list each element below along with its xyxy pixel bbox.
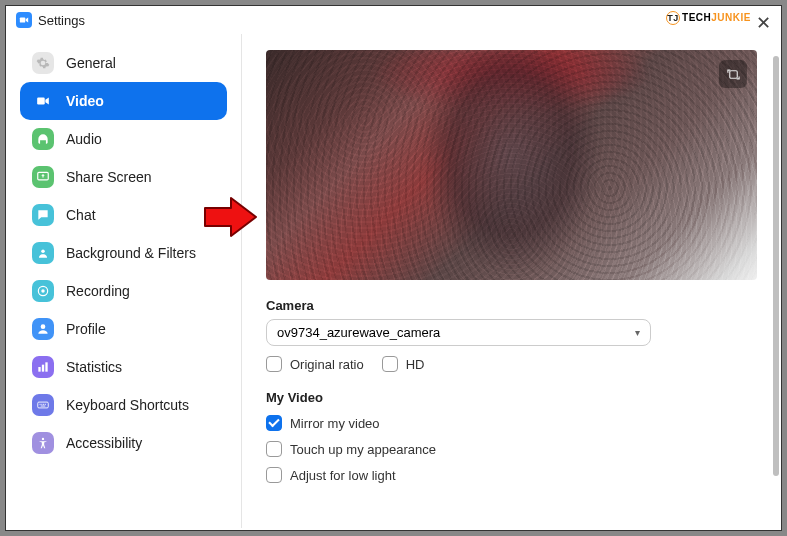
- camera-section-label: Camera: [266, 298, 757, 313]
- sidebar-item-keyboard-shortcuts[interactable]: Keyboard Shortcuts: [20, 386, 227, 424]
- sidebar-item-recording[interactable]: Recording: [20, 272, 227, 310]
- sidebar-item-label: Audio: [66, 131, 102, 147]
- hd-label: HD: [406, 357, 425, 372]
- sidebar-item-accessibility[interactable]: Accessibility: [20, 424, 227, 462]
- svg-rect-11: [40, 404, 41, 405]
- sidebar: General Video Audio Share Screen Chat Ba: [6, 34, 241, 528]
- svg-rect-9: [45, 362, 47, 371]
- hd-option[interactable]: HD: [382, 356, 425, 372]
- svg-rect-12: [41, 404, 42, 405]
- content: General Video Audio Share Screen Chat Ba: [6, 34, 781, 528]
- sidebar-item-audio[interactable]: Audio: [20, 120, 227, 158]
- headphones-icon: [32, 128, 54, 150]
- sidebar-item-background-filters[interactable]: Background & Filters: [20, 234, 227, 272]
- chevron-down-icon: ▾: [635, 327, 640, 338]
- my-video-options: Mirror my video Touch up my appearance A…: [266, 415, 757, 483]
- lowlight-checkbox[interactable]: [266, 467, 282, 483]
- camera-select[interactable]: ov9734_azurewave_camera ▾: [266, 319, 651, 346]
- accessibility-icon: [32, 432, 54, 454]
- watermark-text-2: JUNKIE: [711, 12, 751, 23]
- sidebar-item-label: Chat: [66, 207, 96, 223]
- video-preview: [266, 50, 757, 280]
- svg-rect-0: [20, 18, 25, 23]
- sidebar-item-label: Profile: [66, 321, 106, 337]
- svg-rect-10: [38, 402, 49, 408]
- rotate-button[interactable]: [719, 60, 747, 88]
- titlebar: Settings: [6, 6, 781, 34]
- window-title: Settings: [38, 13, 85, 28]
- mirror-option[interactable]: Mirror my video: [266, 415, 757, 431]
- app-icon: [16, 12, 32, 28]
- video-icon: [32, 90, 54, 112]
- sidebar-item-label: Share Screen: [66, 169, 152, 185]
- svg-rect-17: [729, 70, 737, 78]
- profile-icon: [32, 318, 54, 340]
- annotation-arrow: [203, 196, 258, 242]
- original-ratio-checkbox[interactable]: [266, 356, 282, 372]
- sidebar-item-label: Keyboard Shortcuts: [66, 397, 189, 413]
- svg-rect-14: [45, 404, 46, 405]
- touchup-label: Touch up my appearance: [290, 442, 436, 457]
- share-screen-icon: [32, 166, 54, 188]
- watermark: TJTECHJUNKIE: [666, 11, 751, 25]
- svg-point-6: [41, 324, 46, 329]
- sidebar-item-label: Recording: [66, 283, 130, 299]
- sidebar-item-label: Background & Filters: [66, 245, 196, 261]
- original-ratio-label: Original ratio: [290, 357, 364, 372]
- gear-icon: [32, 52, 54, 74]
- svg-point-3: [41, 250, 45, 254]
- svg-rect-7: [38, 367, 40, 372]
- sidebar-item-label: Accessibility: [66, 435, 142, 451]
- sidebar-item-share-screen[interactable]: Share Screen: [20, 158, 227, 196]
- svg-rect-15: [41, 406, 46, 407]
- sidebar-item-label: Video: [66, 93, 104, 109]
- background-icon: [32, 242, 54, 264]
- original-ratio-option[interactable]: Original ratio: [266, 356, 364, 372]
- main-panel: Camera ov9734_azurewave_camera ▾ Origina…: [242, 34, 781, 528]
- mirror-label: Mirror my video: [290, 416, 380, 431]
- camera-options-row: Original ratio HD: [266, 356, 757, 372]
- mirror-checkbox[interactable]: [266, 415, 282, 431]
- scrollbar[interactable]: [773, 56, 779, 476]
- svg-rect-8: [42, 365, 44, 372]
- recording-icon: [32, 280, 54, 302]
- lowlight-label: Adjust for low light: [290, 468, 396, 483]
- svg-rect-13: [43, 404, 44, 405]
- lowlight-option[interactable]: Adjust for low light: [266, 467, 757, 483]
- chat-icon: [32, 204, 54, 226]
- sidebar-item-chat[interactable]: Chat: [20, 196, 227, 234]
- sidebar-item-label: General: [66, 55, 116, 71]
- sidebar-item-video[interactable]: Video: [20, 82, 227, 120]
- sidebar-item-profile[interactable]: Profile: [20, 310, 227, 348]
- svg-point-16: [42, 438, 44, 440]
- my-video-section-label: My Video: [266, 390, 757, 405]
- camera-select-value: ov9734_azurewave_camera: [277, 325, 440, 340]
- sidebar-item-label: Statistics: [66, 359, 122, 375]
- sidebar-item-statistics[interactable]: Statistics: [20, 348, 227, 386]
- statistics-icon: [32, 356, 54, 378]
- hd-checkbox[interactable]: [382, 356, 398, 372]
- svg-point-5: [41, 289, 45, 293]
- close-button[interactable]: ✕: [756, 14, 771, 32]
- keyboard-icon: [32, 394, 54, 416]
- touchup-checkbox[interactable]: [266, 441, 282, 457]
- watermark-text-1: TECH: [682, 12, 711, 23]
- watermark-icon: TJ: [666, 11, 680, 25]
- touchup-option[interactable]: Touch up my appearance: [266, 441, 757, 457]
- sidebar-item-general[interactable]: General: [20, 44, 227, 82]
- svg-rect-1: [37, 98, 45, 105]
- settings-window: TJTECHJUNKIE Settings ✕ General Video Au…: [5, 5, 782, 531]
